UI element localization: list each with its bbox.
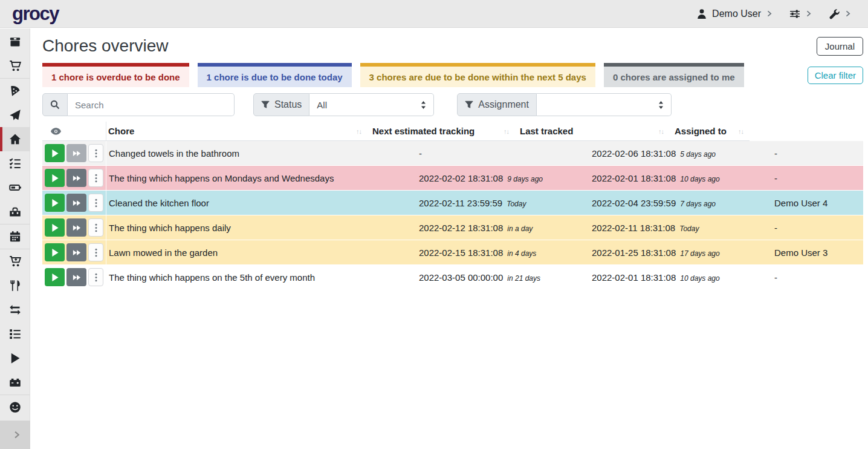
skip-chore-button[interactable] [66,144,86,162]
clear-filter-button[interactable]: Clear filter [808,67,863,84]
grocy-logo[interactable]: grocy [12,4,59,23]
sidebar-item-batteries-overview[interactable] [0,175,30,200]
sidebar-item-purchase[interactable] [0,249,30,274]
next-tracking-cell: 2022-02-11 23:59:59Today [414,198,587,208]
chevron-right-icon [13,431,21,439]
sidebar-item-shopping-list[interactable] [0,54,30,78]
sidebar-item-consume[interactable] [0,274,30,298]
play-icon [51,249,59,257]
row-menu-button[interactable] [88,268,103,286]
sidebar-item-battery-tracking[interactable] [0,370,30,395]
last-tracked-cell: 2022-02-01 18:31:0810 days ago [587,272,769,283]
skip-chore-button[interactable] [66,268,86,286]
sidebar-item-calendar[interactable] [0,224,30,249]
assignment-select[interactable] [537,93,672,116]
header-next-estimated-tracking[interactable]: Next estimated tracking ↑↓ [368,122,515,141]
track-chore-execution-button[interactable] [45,169,65,187]
chore-row: Cleaned the kitchen floor 2022-02-11 23:… [42,191,863,215]
row-menu-button[interactable] [88,194,103,212]
paper-plane-icon [9,109,21,121]
search-input[interactable] [68,93,235,116]
assigned-to-cell: Demo User 3 [769,247,863,258]
sidebar-item-meal-plan[interactable] [0,103,30,127]
sidebar-item-transfer[interactable] [0,298,30,322]
last-tracked-cell: 2022-02-04 23:59:597 days ago [587,198,769,208]
header-chore[interactable]: Chore ↑↓ [106,122,368,141]
chore-row: Lawn mowed in the garden 2022-02-15 18:3… [42,240,863,265]
row-menu-button[interactable] [88,144,103,162]
search-icon [50,100,60,110]
sidebar [0,28,30,449]
header-assigned-to[interactable]: Assigned to ↑↓ [670,122,750,141]
play-icon [9,352,21,364]
header-last-tracked[interactable]: Last tracked ↑↓ [515,122,670,141]
page-title: Chores overview [42,36,169,56]
chore-row: The thing which happens daily 2022-02-12… [42,215,863,240]
skip-chore-button[interactable] [66,218,86,237]
tasks-icon [9,157,21,169]
search-prefix [42,93,68,116]
sidebar-item-stock-overview[interactable] [0,30,30,54]
sort-icon: ↑↓ [504,128,515,135]
skip-chore-button[interactable] [66,243,86,261]
eye-icon [51,128,61,135]
fast-forward-icon [73,249,81,256]
fast-forward-icon [73,274,81,281]
skip-chore-button[interactable] [66,194,86,212]
track-chore-execution-button[interactable] [45,268,65,286]
sidebar-item-tasks[interactable] [0,151,30,175]
row-actions [42,141,106,165]
next-tracking-cell: 2022-02-15 18:31:08in 4 days [414,247,587,258]
filters-row: Status All Assignment [42,93,863,116]
summary-card: 0 chores are assigned to me [604,63,744,87]
user-menu-button[interactable]: Demo User [696,8,772,19]
chore-row: The thing which happens on the 5th of ev… [42,265,863,290]
fast-forward-icon [73,224,81,231]
last-tracked-cell: 2022-01-25 18:31:0817 days ago [587,247,769,258]
track-chore-execution-button[interactable] [45,243,65,261]
sidebar-item-inventory[interactable] [0,322,30,346]
utensils-icon [9,280,21,292]
chore-name: The thing which happens on the 5th of ev… [106,272,414,283]
sort-icon: ↑↓ [658,128,670,135]
chevron-right-icon [844,10,851,17]
track-chore-execution-button[interactable] [45,144,65,162]
row-menu-button[interactable] [88,243,103,261]
table-header-row: Chore ↑↓ Next estimated tracking ↑↓ Last… [42,122,863,141]
play-icon [51,224,59,232]
search-group [42,93,236,116]
sidebar-item-chore-tracking[interactable] [0,346,30,370]
status-select[interactable]: All [309,93,434,116]
exchange-icon [9,304,21,316]
skip-chore-button[interactable] [66,169,86,187]
top-navbar: grocy Demo User [0,0,868,28]
shopping-cart-icon [9,60,21,72]
vertical-ellipsis-icon [95,149,97,158]
calendar-icon [9,231,21,243]
track-chore-execution-button[interactable] [45,218,65,237]
column-visibility-header[interactable] [42,122,106,141]
status-filter-group: Status All [253,93,434,116]
row-menu-button[interactable] [88,218,103,237]
sidebar-item-chores-overview[interactable] [0,127,30,151]
sidebar-item-user-menu[interactable] [0,395,30,419]
settings-menu-button[interactable] [789,8,812,19]
journal-button[interactable]: Journal [817,37,863,56]
assigned-to-cell: Demo User 4 [769,198,863,208]
sidebar-collapse-button[interactable] [0,421,33,449]
cart-plus-icon [9,255,21,267]
track-chore-execution-button[interactable] [45,194,65,212]
person-icon [696,8,707,19]
list-icon [9,328,21,340]
sidebar-item-recipes[interactable] [0,79,30,103]
summary-cards-row: 1 chore is overdue to be done1 chore is … [42,63,863,87]
next-tracking-cell: 2022-03-05 00:00:00in 21 days [414,272,587,283]
summary-card: 1 chore is overdue to be done [42,63,189,87]
row-menu-button[interactable] [88,169,103,187]
vertical-ellipsis-icon [95,174,97,183]
last-tracked-cell: 2022-02-01 18:31:0810 days ago [587,173,769,183]
play-icon [51,274,59,281]
filter-funnel-icon [261,100,270,109]
sidebar-item-equipment[interactable] [0,200,30,224]
admin-menu-button[interactable] [829,8,851,19]
